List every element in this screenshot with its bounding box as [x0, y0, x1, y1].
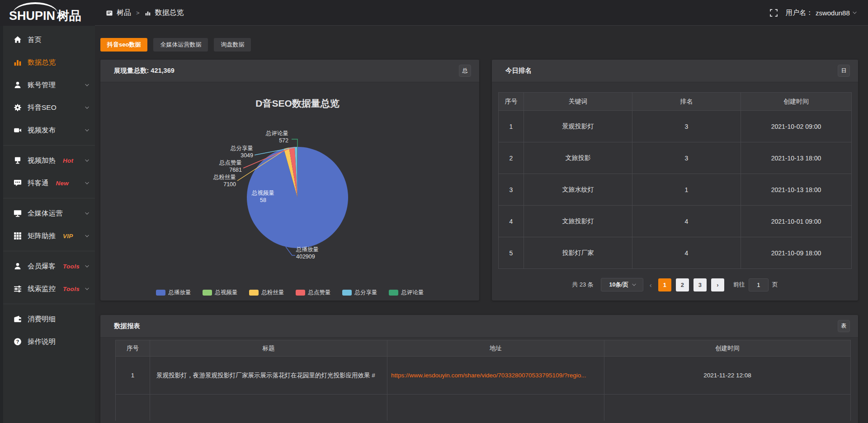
sidebar-item-video-publish[interactable]: 视频发布	[0, 119, 95, 141]
table-row[interactable]: 1 景观投影灯，夜游景观投影灯厂家展示展示落花灯在花园里的灯光投影应用效果 # …	[116, 357, 851, 395]
page-button-2[interactable]: 2	[676, 278, 689, 291]
fullscreen-icon[interactable]	[770, 9, 778, 17]
bar-chart-icon	[14, 58, 22, 66]
user-menu[interactable]: 用户名：zswodun88	[786, 9, 855, 17]
legend-swatch	[249, 290, 259, 296]
sidebar-item-label: 首页	[28, 35, 42, 45]
sidebar-scrollbar[interactable]	[0, 26, 3, 423]
col-header-keyword: 关键词	[524, 93, 632, 111]
sidebar-item-label: 全媒体运营	[28, 209, 63, 218]
daily-view-button[interactable]: 日	[838, 65, 850, 77]
cell-index: 5	[499, 237, 524, 269]
pie-chart-svg[interactable]	[100, 82, 479, 301]
pie-label-comments: 总评论量 572	[266, 130, 288, 144]
table-row[interactable]: 5 投影灯厂家 4 2021-10-09 18:00	[499, 237, 852, 269]
sliders-icon	[14, 285, 22, 293]
tab-media-operation-data[interactable]: 全媒体运营数据	[153, 38, 208, 52]
col-header-url: 地址	[387, 340, 604, 357]
pie-label-name: 总评论量	[266, 130, 288, 137]
pie-label-videos: 总视频量 58	[246, 189, 280, 204]
table-row[interactable]: 1 景观投影灯 3 2021-10-02 09:00	[499, 111, 852, 142]
chevron-down-icon	[85, 263, 89, 268]
sidebar-item-label: 矩阵助推	[28, 231, 56, 241]
cell-index: 1	[116, 357, 150, 395]
sidebar-item-account[interactable]: 账号管理	[0, 74, 95, 96]
sidebar-item-douyin-seo[interactable]: 抖音SEO	[0, 96, 95, 119]
sidebar-item-label: 操作说明	[28, 337, 56, 347]
pie-label-name: 总视频量	[246, 189, 280, 197]
legend-swatch	[203, 290, 212, 296]
leader-line-comments	[292, 139, 297, 147]
cell-keyword: 景观投影灯	[524, 111, 632, 142]
legend-item-videos[interactable]: 总视频量	[203, 289, 238, 296]
sidebar-item-consumption[interactable]: 消费明细	[0, 308, 95, 330]
goto-suffix: 页	[772, 281, 778, 289]
sidebar-item-media-operation[interactable]: 全媒体运营	[0, 202, 95, 225]
prev-page-button[interactable]: ‹	[650, 281, 652, 289]
legend-item-likes[interactable]: 总点赞量	[296, 289, 331, 296]
sidebar-item-label: 会员爆客	[28, 262, 56, 271]
cell-rank: 3	[632, 111, 741, 142]
pie-chart: D音SEO数据量总览 总评论量 572 总分享量 3049 总点赞量 7681 …	[100, 82, 479, 301]
cell-created: 2021-10-02 09:00	[741, 111, 852, 142]
bar-chart-icon	[145, 10, 151, 16]
chevron-down-icon	[85, 233, 89, 237]
sidebar-item-member-burst[interactable]: 会员爆客 Tools	[0, 255, 95, 277]
sidebar-item-video-heat[interactable]: 视频加热 Hot	[0, 149, 95, 172]
breadcrumb-root[interactable]: 树品	[117, 8, 131, 18]
gear-icon	[14, 103, 22, 112]
logo-text: SHUPIN树品	[9, 8, 81, 24]
col-header-index: 序号	[116, 340, 150, 357]
topbar-divider	[95, 25, 868, 26]
page-button-1[interactable]: 1	[658, 278, 671, 291]
legend-label: 总视频量	[215, 289, 238, 296]
sidebar-item-matrix-boost[interactable]: 矩阵助推 VIP	[0, 225, 95, 247]
cell-rank: 3	[632, 142, 741, 174]
app-logo[interactable]: SHUPIN树品	[9, 1, 95, 26]
cell-url-link[interactable]: https://www.iesdouyin.com/share/video/70…	[387, 357, 604, 395]
sidebar-divider	[0, 304, 95, 304]
table-row[interactable]: 4 文旅投影灯 4 2021-10-01 09:00	[499, 206, 852, 237]
cell-index: 4	[499, 206, 524, 237]
table-view-button[interactable]: 表	[838, 320, 850, 332]
legend-item-shares[interactable]: 总分享量	[342, 289, 377, 296]
col-header-created: 创建时间	[604, 340, 851, 357]
table-row[interactable]: 2 文旅投影 3 2021-10-13 18:00	[499, 142, 852, 174]
page-size-select[interactable]: 10条/页	[601, 278, 643, 291]
tab-douyin-seo-data[interactable]: 抖音seo数据	[100, 38, 147, 52]
top-bar: SHUPIN树品 树品 > 数据总览 用户名：zswodun88	[0, 0, 868, 26]
hot-badge: Hot	[63, 157, 73, 164]
legend-item-comments[interactable]: 总评论量	[389, 289, 424, 296]
sidebar-item-lead-monitor[interactable]: 线索监控 Tools	[0, 277, 95, 300]
pie-label-value: 58	[246, 197, 280, 204]
cell-keyword: 文旅投影灯	[524, 206, 632, 237]
report-table: 序号 标题 地址 创建时间 1 景观投影灯，夜游景观投影灯厂家展示展示落花灯在花…	[115, 340, 851, 421]
sidebar-item-label: 数据总览	[28, 58, 56, 67]
pagination-total: 共 23 条	[572, 281, 594, 289]
leader-line-plays	[286, 247, 295, 255]
legend-item-fans[interactable]: 总粉丝量	[249, 289, 284, 296]
legend-item-plays[interactable]: 总播放量	[156, 289, 191, 296]
cell-keyword: 文旅投影	[524, 142, 632, 174]
grid-icon	[14, 232, 22, 240]
chevron-down-icon	[85, 158, 89, 162]
col-header-index: 序号	[499, 93, 524, 111]
sidebar-item-label: 抖音SEO	[28, 103, 57, 113]
total-view-button[interactable]: 总	[459, 65, 471, 77]
sidebar-item-label: 视频加热	[28, 156, 56, 165]
chevron-down-icon	[85, 82, 89, 86]
pie-label-shares: 总分享量 3049	[231, 145, 253, 159]
chevron-down-icon	[853, 10, 857, 14]
sidebar-item-data-overview[interactable]: 数据总览	[0, 51, 95, 74]
cell-index: 1	[499, 111, 524, 142]
sidebar-item-help[interactable]: ? 操作说明	[0, 330, 95, 353]
goto-page-input[interactable]	[749, 278, 769, 291]
tools-badge: Tools	[63, 286, 80, 292]
next-page-button[interactable]: ›	[711, 278, 724, 291]
tab-inquiry-data[interactable]: 询盘数据	[214, 38, 251, 52]
page-button-3[interactable]: 3	[693, 278, 707, 291]
sidebar-item-home[interactable]: 首页	[0, 28, 95, 51]
table-row[interactable]: 3 文旅水纹灯 1 2021-10-13 18:00	[499, 174, 852, 206]
sidebar-divider	[0, 198, 95, 198]
sidebar-item-douketong[interactable]: 抖客通 New	[0, 172, 95, 194]
